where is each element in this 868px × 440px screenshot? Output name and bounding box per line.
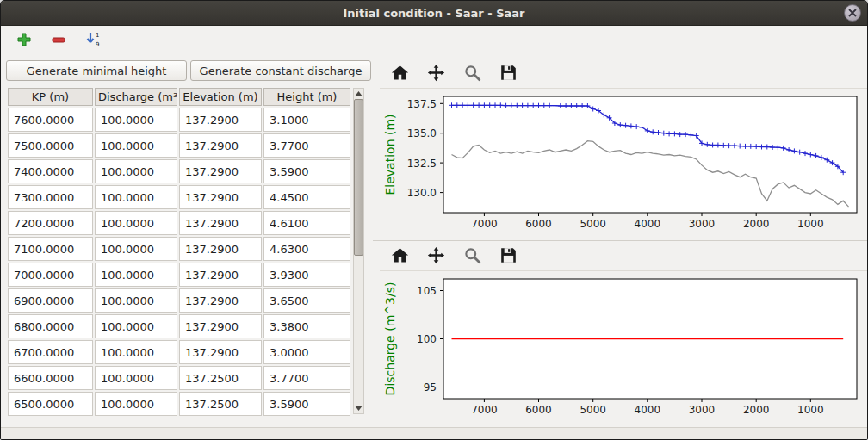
table-cell[interactable]: 3.5900 [264,159,350,183]
table-cell[interactable]: 3.3800 [264,314,350,338]
add-row-button[interactable] [13,29,35,52]
generate-constant-discharge-button[interactable]: Generate constant discharge [190,60,371,81]
table-cell[interactable]: 100.0000 [95,159,177,183]
table-cell[interactable]: 6600.0000 [8,366,93,390]
svg-text:1000: 1000 [797,404,824,416]
pan-button[interactable] [425,245,448,268]
scroll-down-arrow-icon[interactable] [354,403,363,413]
table-cell[interactable]: 100.0000 [95,340,177,364]
remove-row-button[interactable] [47,29,70,52]
titlebar[interactable]: Initial condition - Saar - Saar [1,1,867,26]
zoom-icon [463,246,481,267]
table-row: 7100.0000100.0000137.29004.6300 [8,237,350,261]
green-plus-icon [16,32,32,50]
table-cell[interactable]: 100.0000 [95,237,177,261]
table-cell[interactable]: 7200.0000 [8,211,93,235]
sort-button[interactable]: 1 9 [82,29,104,52]
table-cell[interactable]: 100.0000 [95,263,177,287]
table-cell[interactable]: 137.2900 [179,159,262,183]
table-row: 6600.0000100.0000137.25003.7700 [8,366,350,390]
column-header[interactable]: KP (m) [8,88,93,106]
table-row: 7300.0000100.0000137.29004.4500 [8,185,350,209]
discharge-chart[interactable]: 700060005000400030002000100095100105Disc… [380,271,864,423]
table-cell[interactable]: 3.0000 [264,340,350,364]
table-cell[interactable]: 137.2900 [179,185,262,209]
pan-button[interactable] [425,63,448,85]
table-cell[interactable]: 3.9300 [264,263,350,287]
svg-text:9: 9 [96,41,99,48]
svg-text:1: 1 [96,32,99,39]
home-button[interactable] [388,245,412,268]
save-button[interactable] [497,63,520,85]
svg-text:95: 95 [424,381,437,394]
table-cell[interactable]: 100.0000 [95,185,177,209]
table-cell[interactable]: 137.2500 [179,392,262,416]
table-cell[interactable]: 137.2900 [179,237,262,261]
table-cell[interactable]: 100.0000 [95,211,177,235]
scrollbar-thumb[interactable] [354,99,363,256]
table-cell[interactable]: 4.6100 [264,211,350,235]
table-cell[interactable]: 100.0000 [95,288,177,313]
column-header[interactable]: Height (m) [264,88,350,106]
table-cell[interactable]: 4.4500 [264,185,350,209]
table-cell[interactable]: 7100.0000 [8,237,93,261]
table-scrollbar[interactable] [353,88,364,414]
table-cell[interactable]: 137.2900 [179,314,262,338]
home-button[interactable] [388,63,412,85]
table-cell[interactable]: 3.6500 [264,288,350,313]
svg-text:130.0: 130.0 [407,187,437,199]
column-header[interactable]: Elevation (m) [179,88,262,106]
table-row: 7600.0000100.0000137.29003.1000 [8,108,350,132]
table-cell[interactable]: 137.2900 [179,288,262,313]
elevation-chart[interactable]: 7000600050004000300020001000130.0132.513… [380,89,864,237]
save-icon [499,64,518,84]
table-cell[interactable]: 4.6300 [264,237,350,261]
home-icon [391,64,409,84]
table-cell[interactable]: 6900.0000 [8,288,93,313]
svg-text:2000: 2000 [743,404,770,416]
zoom-button[interactable] [461,63,484,85]
table-cell[interactable]: 3.1000 [264,108,350,132]
svg-text:6000: 6000 [525,218,552,230]
table-cell[interactable]: 100.0000 [95,108,177,132]
table-cell[interactable]: 3.7700 [264,133,350,158]
table-cell[interactable]: 6700.0000 [8,340,93,364]
table-cell[interactable]: 100.0000 [95,314,177,338]
window: Initial condition - Saar - Saar [0,0,868,440]
table-cell[interactable]: 7600.0000 [8,108,93,132]
scroll-up-arrow-icon[interactable] [354,89,363,99]
table-cell[interactable]: 137.2900 [179,263,262,287]
table-row: 7000.0000100.0000137.29003.9300 [8,263,350,287]
table-row: 6500.0000100.0000137.25003.5900 [8,392,350,416]
table-cell[interactable]: 137.2900 [179,133,262,158]
table-cell[interactable]: 100.0000 [95,133,177,158]
table-cell[interactable]: 7000.0000 [8,263,93,287]
svg-text:Discharge (m^3/s): Discharge (m^3/s) [383,282,397,396]
table-cell[interactable]: 137.2500 [179,366,262,390]
table-cell[interactable]: 7500.0000 [8,133,93,158]
column-header[interactable]: Discharge (m³/s) [95,88,177,106]
svg-text:1000: 1000 [797,218,824,230]
table-cell[interactable]: 7300.0000 [8,185,93,209]
table-cell[interactable]: 100.0000 [95,392,177,416]
close-button[interactable] [844,4,861,22]
table-cell[interactable]: 6800.0000 [8,314,93,338]
table-header-row: KP (m)Discharge (m³/s)Elevation (m)Heigh… [8,88,350,106]
table-cell[interactable]: 100.0000 [95,366,177,390]
table-cell[interactable]: 137.2900 [179,340,262,364]
zoom-icon [463,64,481,84]
table-cell[interactable]: 137.2900 [179,108,262,132]
table-cell[interactable]: 7400.0000 [8,159,93,183]
table-cell[interactable]: 3.5900 [264,392,350,416]
table-cell[interactable]: 3.7700 [264,366,350,390]
save-button[interactable] [497,245,520,268]
table-cell[interactable]: 6500.0000 [8,392,93,416]
table-body: 7600.0000100.0000137.29003.10007500.0000… [8,108,350,416]
home-icon [391,246,409,267]
svg-text:100: 100 [417,333,437,345]
svg-text:3000: 3000 [689,404,716,416]
table-cell[interactable]: 137.2900 [179,211,262,235]
table-row: 6900.0000100.0000137.29003.6500 [8,288,350,313]
generate-minimal-height-button[interactable]: Generate minimal height [6,60,187,81]
zoom-button[interactable] [461,245,484,268]
